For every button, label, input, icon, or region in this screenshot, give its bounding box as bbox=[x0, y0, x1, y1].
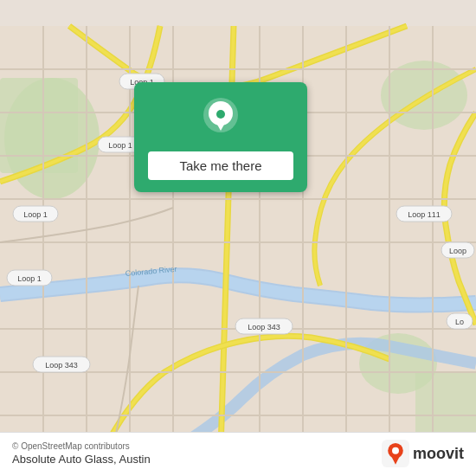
svg-text:Loop 1: Loop 1 bbox=[108, 141, 132, 150]
svg-text:Loop 111: Loop 111 bbox=[408, 210, 441, 219]
attribution-text: © OpenStreetMap contributors bbox=[12, 441, 151, 451]
moovit-logo: moovit bbox=[382, 440, 464, 467]
svg-text:Lo: Lo bbox=[455, 318, 464, 326]
svg-text:Loop 1: Loop 1 bbox=[23, 210, 48, 219]
moovit-icon bbox=[382, 440, 409, 467]
take-me-there-button[interactable]: Take me there bbox=[148, 151, 293, 180]
bottom-bar: © OpenStreetMap contributors Absolute Au… bbox=[0, 432, 476, 476]
location-name: Absolute Auto Glass, Austin bbox=[12, 453, 151, 466]
map-container: Loop 1 Loop 1 Loop 1 Loop 1 Loop 111 Loo… bbox=[0, 0, 476, 476]
svg-text:Loop 343: Loop 343 bbox=[45, 361, 78, 370]
location-card: Take me there bbox=[134, 82, 307, 192]
svg-point-50 bbox=[392, 447, 399, 454]
bottom-left-info: © OpenStreetMap contributors Absolute Au… bbox=[12, 441, 151, 466]
svg-text:Loop: Loop bbox=[449, 247, 466, 255]
map-background: Loop 1 Loop 1 Loop 1 Loop 1 Loop 111 Loo… bbox=[0, 0, 476, 476]
svg-point-47 bbox=[216, 110, 225, 119]
svg-text:Loop 343: Loop 343 bbox=[248, 323, 280, 331]
moovit-brand-name: moovit bbox=[413, 445, 464, 463]
svg-text:Loop 1: Loop 1 bbox=[17, 274, 42, 283]
location-pin-icon bbox=[203, 98, 239, 145]
